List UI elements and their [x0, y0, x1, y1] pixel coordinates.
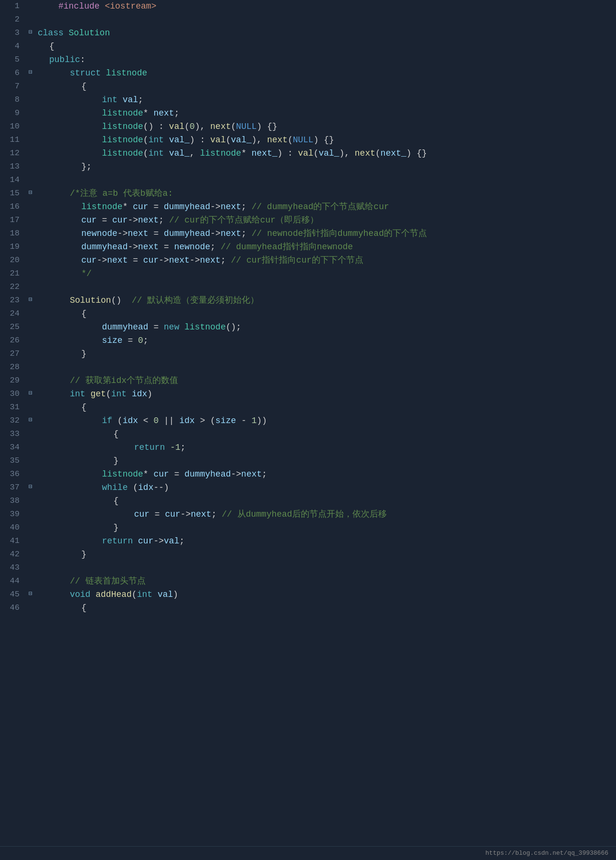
- fold-col[interactable]: ⊟: [25, 588, 36, 599]
- code-text: dummyhead = new listnode();: [59, 321, 616, 334]
- code-token: next: [138, 215, 159, 225]
- code-line: 12 listnode(int val_, listnode* next_) :…: [0, 147, 616, 160]
- code-token: listnode: [200, 149, 241, 158]
- code-token: <: [138, 416, 153, 425]
- line-number: 14: [2, 174, 25, 186]
- fold-col[interactable]: ⊟: [25, 388, 36, 398]
- fold-col[interactable]: ⊟: [25, 294, 36, 305]
- code-line: 21 */: [0, 267, 616, 281]
- code-line: 27 }: [0, 348, 616, 361]
- code-token: ->: [127, 242, 138, 252]
- code-token: val_: [169, 135, 190, 145]
- code-token: // newnode指针指向dummyhead的下个节点: [252, 229, 427, 238]
- code-text: Solution() // 默认构造（变量必须初始化）: [47, 294, 616, 308]
- fold-col: [25, 441, 36, 442]
- code-line: 1 #include <iostream>: [0, 0, 616, 13]
- code-line: 30⊟ int get(int idx): [0, 388, 616, 401]
- code-token: next: [221, 202, 241, 212]
- fold-icon[interactable]: ⊟: [29, 389, 32, 398]
- code-token: (: [313, 149, 319, 158]
- code-text: listnode() : val(0), next(NULL) {}: [59, 120, 616, 134]
- fold-col: [25, 227, 36, 228]
- code-token: ) :: [190, 135, 210, 145]
- code-line: 41 return cur->val;: [0, 535, 616, 548]
- fold-icon[interactable]: ⊟: [29, 188, 32, 198]
- line-number: 20: [2, 254, 25, 266]
- code-token: )): [257, 416, 267, 425]
- code-token: next_: [252, 149, 277, 158]
- code-token: cur: [112, 215, 127, 225]
- code-line: 40 }: [0, 521, 616, 535]
- line-number: 8: [2, 94, 25, 106]
- fold-icon[interactable]: ⊟: [29, 589, 32, 599]
- fold-icon[interactable]: ⊟: [29, 482, 32, 492]
- fold-icon[interactable]: ⊟: [29, 295, 32, 305]
- code-token: listnode: [81, 202, 122, 212]
- line-number: 40: [2, 521, 25, 534]
- code-token: (: [143, 135, 149, 145]
- code-token: size: [102, 336, 122, 345]
- line-number: 19: [2, 241, 25, 253]
- fold-col[interactable]: ⊟: [25, 414, 36, 425]
- code-text: listnode* next;: [59, 107, 616, 120]
- code-token: [49, 576, 70, 586]
- code-token: [61, 149, 102, 158]
- line-number: 10: [2, 120, 25, 133]
- code-token: next: [191, 510, 211, 519]
- line-number: 42: [2, 548, 25, 561]
- fold-col[interactable]: ⊟: [25, 27, 36, 37]
- code-token: (: [287, 135, 293, 145]
- code-line: 5public:: [0, 53, 616, 67]
- code-token: int: [102, 95, 122, 105]
- code-token: ) {}: [313, 135, 334, 145]
- code-text: {: [70, 495, 616, 508]
- code-line: 14: [0, 174, 616, 187]
- fold-icon[interactable]: ⊟: [29, 415, 32, 425]
- fold-icon[interactable]: ⊟: [29, 68, 32, 77]
- code-token: listnode: [102, 122, 143, 131]
- code-token: listnode: [184, 322, 225, 332]
- line-number: 29: [2, 374, 25, 387]
- fold-col: [25, 575, 36, 576]
- fold-col: [25, 254, 36, 255]
- code-token: val_: [319, 149, 339, 158]
- code-token: val_: [169, 149, 190, 158]
- code-token: {: [61, 309, 86, 319]
- code-token: val: [298, 149, 313, 158]
- line-number: 36: [2, 468, 25, 480]
- code-token: int: [111, 389, 132, 399]
- code-token: [72, 510, 134, 519]
- fold-col[interactable]: ⊟: [25, 187, 36, 198]
- code-token: next: [153, 108, 174, 118]
- code-token: listnode: [102, 149, 143, 158]
- code-token: // 获取第idx个节点的数值: [70, 376, 178, 385]
- code-text: return -1;: [70, 441, 616, 455]
- code-token: // 默认构造（变量必须初始化）: [132, 296, 259, 305]
- code-token: ->: [159, 255, 169, 265]
- line-number: 35: [2, 455, 25, 467]
- code-token: --): [153, 483, 169, 492]
- code-text: */: [59, 267, 616, 281]
- fold-col: [25, 495, 36, 496]
- fold-col[interactable]: ⊟: [25, 67, 36, 77]
- code-token: ->: [210, 202, 221, 212]
- code-token: =: [127, 255, 143, 265]
- code-token: ->: [181, 510, 191, 519]
- fold-col: [25, 602, 36, 603]
- fold-icon[interactable]: ⊟: [29, 28, 32, 37]
- code-text: int get(int idx): [47, 388, 616, 401]
- code-token: ) {}: [406, 149, 427, 158]
- footer-bar: https://blog.csdn.net/qq_39938666: [0, 846, 616, 860]
- fold-col[interactable]: ⊟: [25, 481, 36, 492]
- code-text: return cur->val;: [59, 535, 616, 548]
- line-number: 34: [2, 441, 25, 454]
- line-number: 15: [2, 187, 25, 200]
- code-token: () :: [143, 122, 169, 131]
- fold-col: [25, 401, 36, 402]
- fold-col: [25, 535, 36, 536]
- code-token: [61, 536, 102, 546]
- code-token: =: [169, 469, 184, 479]
- line-number: 43: [2, 562, 25, 574]
- line-number: 22: [2, 281, 25, 293]
- line-number: 2: [2, 13, 25, 26]
